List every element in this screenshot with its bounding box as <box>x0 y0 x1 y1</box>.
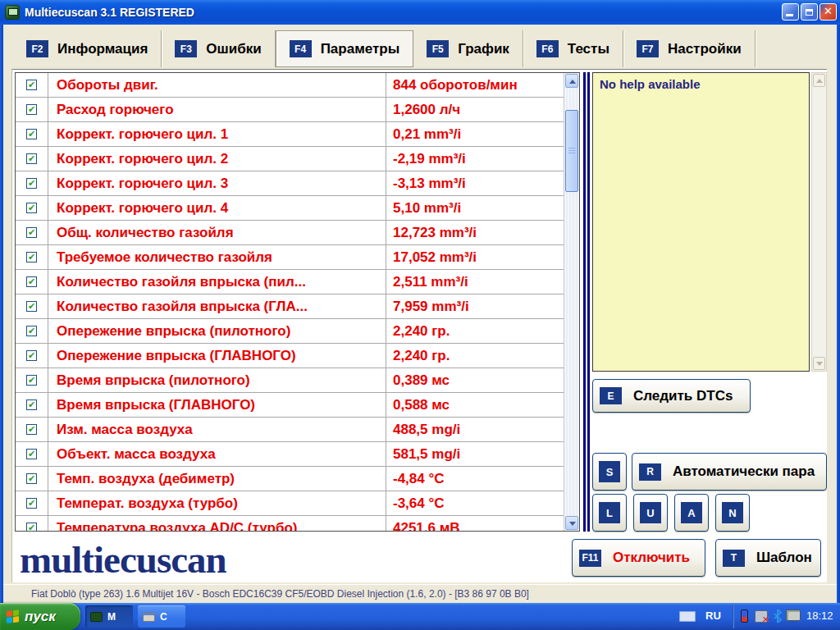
window-title: Multiecuscan 3.1 REGISTERED <box>25 6 194 19</box>
tab-f7[interactable]: F7 Настройки <box>623 30 756 67</box>
table-row[interactable]: ✔ Объект. масса воздуха 581,5 mg/i <box>16 442 564 467</box>
row-checkbox[interactable]: ✔ <box>26 203 37 213</box>
table-row[interactable]: ✔ Температ. воздуха (турбо) -3,64 °C <box>16 491 564 516</box>
table-scrollbar[interactable] <box>564 73 579 531</box>
status-bar: Fiat Doblò (type 263) 1.6 Multijet 16V -… <box>3 584 837 603</box>
clock[interactable]: 18:12 <box>806 609 833 622</box>
row-checkbox[interactable]: ✔ <box>26 523 37 531</box>
row-checkbox[interactable]: ✔ <box>26 252 37 262</box>
row-checkbox[interactable]: ✔ <box>26 80 37 90</box>
hotkey-badge: E <box>600 387 622 404</box>
disconnect-button[interactable]: F11 Отключить <box>572 539 705 577</box>
table-row[interactable]: ✔ Темп. воздуха (дебиметр) -4,84 °C <box>16 467 564 491</box>
keyboard-icon[interactable] <box>679 611 696 622</box>
row-checkbox[interactable]: ✔ <box>26 129 37 139</box>
multiecuscan-logo: multiecuscan <box>20 537 226 582</box>
bluetooth-icon[interactable] <box>773 609 783 627</box>
parameter-name: Температура воздуха AD/C (турбо) <box>48 516 386 531</box>
tab-f5[interactable]: F5 График <box>413 30 523 67</box>
table-row[interactable]: ✔ Коррект. горючего цил. 4 5,10 mm³/i <box>16 196 564 221</box>
parameter-value: 5,10 mm³/i <box>386 196 564 220</box>
row-checkbox[interactable]: ✔ <box>26 449 37 459</box>
table-row[interactable]: ✔ Коррект. горючего цил. 1 0,21 mm³/i <box>16 122 564 147</box>
parameter-name: Обороты двиг. <box>48 73 386 97</box>
table-row[interactable]: ✔ Изм. масса воздуха 488,5 mg/i <box>16 418 564 442</box>
scroll-down-button[interactable] <box>565 516 578 530</box>
table-row[interactable]: ✔ Требуемое количество газойля 17,052 mm… <box>16 245 564 270</box>
help-scroll-down-button <box>813 357 825 370</box>
task-button-multiecuscan[interactable]: M <box>85 605 133 628</box>
help-scroll-up-button <box>813 74 825 87</box>
tab-f4[interactable]: F4 Параметры <box>276 30 414 67</box>
table-row[interactable]: ✔ Коррект. горючего цил. 3 -3,13 mm³/i <box>16 171 564 196</box>
table-row[interactable]: ✔ Опережение впрыска (пилотного) 2,240 г… <box>16 319 564 344</box>
follow-dtcs-button[interactable]: E Следить DTCs <box>592 379 751 413</box>
parameter-value: 1,2600 л/ч <box>386 98 564 121</box>
table-row[interactable]: ✔ Количество газойля впрыска (ГЛА... 7,9… <box>16 294 564 319</box>
table-row[interactable]: ✔ Обороты двиг. 844 оборотов/мин <box>16 73 564 98</box>
row-checkbox[interactable]: ✔ <box>26 227 37 238</box>
table-row[interactable]: ✔ Коррект. горючего цил. 2 -2,19 mm³/i <box>16 147 564 171</box>
window-border-right <box>837 25 840 603</box>
hotkey-badge: F11 <box>579 550 601 567</box>
table-row[interactable]: ✔ Время впрыска (пилотного) 0,389 мс <box>16 368 564 393</box>
row-checkbox[interactable]: ✔ <box>26 375 37 386</box>
l-button[interactable]: L <box>592 494 627 532</box>
battery-icon[interactable] <box>741 609 748 623</box>
row-checkbox[interactable]: ✔ <box>26 399 37 410</box>
start-button[interactable]: пуск <box>0 603 80 630</box>
row-checkbox[interactable]: ✔ <box>26 498 37 509</box>
display-icon[interactable] <box>786 609 801 621</box>
tab-f6[interactable]: F6 Тесты <box>523 30 623 67</box>
row-checkbox[interactable]: ✔ <box>26 178 37 189</box>
n-button[interactable]: N <box>715 494 750 532</box>
network-disconnected-icon[interactable] <box>755 610 768 623</box>
parameter-value: 4251,6 мВ <box>386 516 564 531</box>
u-button[interactable]: U <box>633 494 668 532</box>
panel-splitter[interactable] <box>583 72 590 532</box>
row-checkbox[interactable]: ✔ <box>26 153 37 164</box>
row-checkbox[interactable]: ✔ <box>26 473 37 484</box>
table-row[interactable]: ✔ Расход горючего 1,2600 л/ч <box>16 98 564 122</box>
template-button[interactable]: T Шаблон <box>715 539 821 577</box>
table-row[interactable]: ✔ Количество газойля впрыска (пил... 2,5… <box>16 270 564 294</box>
fkey-badge: F4 <box>290 40 312 57</box>
row-checkbox[interactable]: ✔ <box>26 424 37 435</box>
row-checkbox[interactable]: ✔ <box>26 326 37 336</box>
arrow-up-icon <box>569 80 576 84</box>
hotkey-badge: L <box>599 502 620 523</box>
tab-f3[interactable]: F3 Ошибки <box>162 30 275 67</box>
row-checkbox[interactable]: ✔ <box>26 301 37 312</box>
language-indicator[interactable]: RU <box>705 609 721 622</box>
parameter-value: -3,64 °C <box>386 491 564 515</box>
task-button-c[interactable]: C <box>138 605 185 628</box>
row-checkbox[interactable]: ✔ <box>26 104 37 115</box>
parameter-name: Температ. воздуха (турбо) <box>48 491 386 515</box>
tab-f2[interactable]: F2 Информация <box>13 30 162 67</box>
table-row[interactable]: ✔ Опережение впрыска (ГЛАВНОГО) 2,240 гр… <box>16 344 564 368</box>
table-row[interactable]: ✔ Температура воздуха AD/C (турбо) 4251,… <box>16 516 564 531</box>
parameters-table: ✔ Обороты двиг. 844 оборотов/мин ✔ Расхо… <box>15 72 580 532</box>
vehicle-info: Fiat Doblò (type 263) 1.6 Multijet 16V -… <box>31 588 529 600</box>
a-button[interactable]: A <box>674 494 709 532</box>
s-button[interactable]: S <box>592 453 627 491</box>
tab-bar: F2 Информация F3 Ошибки F4 Параметры F5 … <box>13 30 756 67</box>
restore-button[interactable] <box>801 3 818 21</box>
parameter-name: Коррект. горючего цил. 2 <box>48 147 386 171</box>
parameter-name: Изм. масса воздуха <box>48 418 386 441</box>
scroll-up-button[interactable] <box>565 74 578 88</box>
row-checkbox[interactable]: ✔ <box>26 276 37 287</box>
fkey-badge: F7 <box>637 40 659 57</box>
arrow-down-icon <box>569 522 576 526</box>
table-row[interactable]: ✔ Общ. количество газойля 12,723 mm³/i <box>16 221 564 245</box>
minimize-button[interactable] <box>782 3 799 21</box>
hotkey-badge: A <box>681 502 702 523</box>
row-checkbox[interactable]: ✔ <box>26 350 37 361</box>
close-button[interactable]: ✕ <box>819 3 837 21</box>
auto-params-button[interactable]: R Автоматически пара <box>632 453 827 491</box>
parameter-name: Опережение впрыска (ГЛАВНОГО) <box>48 344 386 368</box>
fkey-badge: F2 <box>26 40 48 57</box>
parameter-name: Время впрыска (ГЛАВНОГО) <box>48 393 386 417</box>
scrollbar-thumb[interactable] <box>565 110 578 192</box>
table-row[interactable]: ✔ Время впрыска (ГЛАВНОГО) 0,588 мс <box>16 393 564 418</box>
